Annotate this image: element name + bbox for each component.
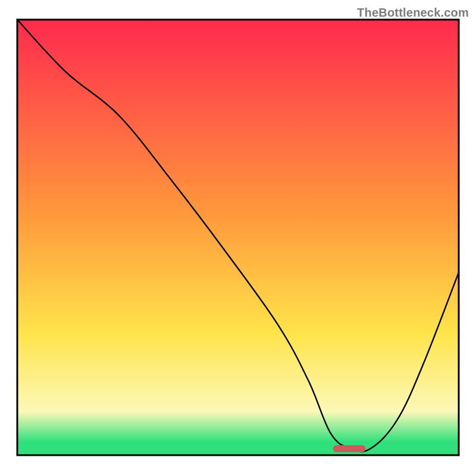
chart-stage: TheBottleneck.com: [0, 0, 476, 476]
optimum-marker: [333, 445, 366, 452]
chart-background: [17, 20, 459, 455]
bottleneck-chart: [0, 0, 476, 476]
